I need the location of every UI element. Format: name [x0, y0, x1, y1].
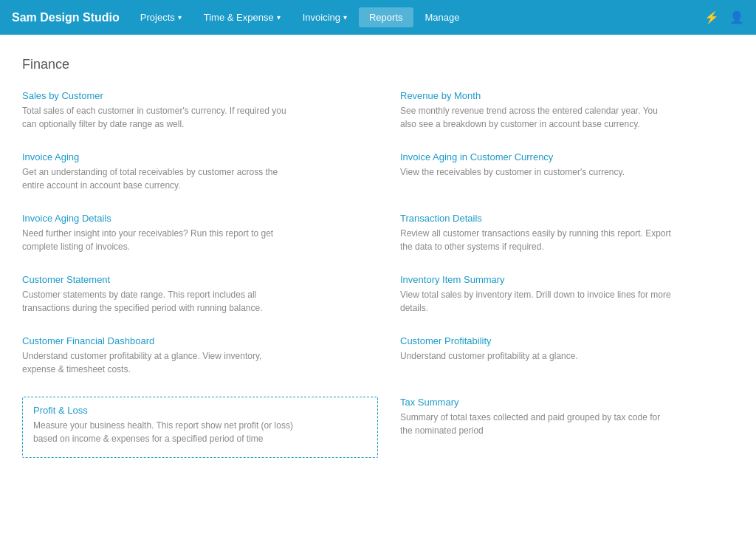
nav-item-reports[interactable]: Reports	[359, 7, 413, 27]
user-icon[interactable]: 👤	[729, 10, 744, 24]
report-item: Customer StatementCustomer statements by…	[22, 274, 378, 335]
report-link[interactable]: Invoice Aging	[22, 151, 363, 162]
report-desc: Need further insight into your receivabl…	[22, 227, 295, 253]
report-item: Profit & LossMeasure your business healt…	[22, 397, 378, 458]
main-content: Finance Sales by CustomerTotal sales of …	[0, 35, 756, 480]
report-desc: Total sales of each customer in customer…	[22, 104, 295, 131]
report-desc: Understand customer profitability at a g…	[400, 349, 673, 363]
report-desc: Measure your business health. This repor…	[33, 419, 306, 445]
report-desc: Understand customer profitability at a g…	[22, 349, 295, 376]
brand-logo: Sam Design Studio	[12, 11, 120, 24]
report-link[interactable]: Customer Statement	[22, 274, 363, 285]
dropdown-arrow-icon: ▾	[277, 13, 281, 21]
report-item: Customer Financial DashboardUnderstand c…	[22, 335, 378, 397]
report-link[interactable]: Customer Financial Dashboard	[22, 335, 363, 346]
report-link[interactable]: Transaction Details	[400, 213, 734, 224]
report-link[interactable]: Sales by Customer	[22, 90, 363, 101]
section-title: Finance	[22, 57, 734, 72]
navbar-right: ⚡ 👤	[704, 10, 744, 24]
report-item: Transaction DetailsReview all customer t…	[378, 213, 734, 274]
navbar: Sam Design Studio Projects▾Time & Expens…	[0, 0, 756, 35]
report-desc: Get an understanding of total receivable…	[22, 165, 295, 192]
report-item: Inventory Item SummaryView total sales b…	[378, 274, 734, 335]
report-desc: See monthly revenue trend across the ent…	[400, 104, 673, 131]
report-desc: Review all customer transactions easily …	[400, 227, 673, 253]
report-link[interactable]: Customer Profitability	[400, 335, 734, 346]
report-link[interactable]: Profit & Loss	[33, 405, 367, 416]
report-item: Tax SummarySummary of total taxes collec…	[378, 397, 734, 458]
nav-item-invoicing[interactable]: Invoicing▾	[292, 7, 357, 27]
report-item: Invoice AgingGet an understanding of tot…	[22, 151, 378, 213]
reports-grid: Sales by CustomerTotal sales of each cus…	[22, 90, 734, 458]
report-item: Revenue by MonthSee monthly revenue tren…	[378, 90, 734, 151]
dropdown-arrow-icon: ▾	[343, 13, 347, 21]
flash-icon[interactable]: ⚡	[704, 10, 719, 24]
report-desc: View total sales by inventory item. Dril…	[400, 288, 673, 315]
report-link[interactable]: Invoice Aging in Customer Currency	[400, 151, 734, 162]
nav-items: Projects▾Time & Expense▾Invoicing▾Report…	[130, 7, 701, 27]
nav-item-time---expense[interactable]: Time & Expense▾	[193, 7, 291, 27]
nav-item-projects[interactable]: Projects▾	[130, 7, 192, 27]
report-desc: Customer statements by date range. This …	[22, 288, 295, 315]
report-link[interactable]: Inventory Item Summary	[400, 274, 734, 285]
report-item: Invoice Aging DetailsNeed further insigh…	[22, 213, 378, 274]
report-item: Sales by CustomerTotal sales of each cus…	[22, 90, 378, 151]
report-item: Invoice Aging in Customer CurrencyView t…	[378, 151, 734, 213]
report-link[interactable]: Invoice Aging Details	[22, 213, 363, 224]
dropdown-arrow-icon: ▾	[178, 13, 182, 21]
report-link[interactable]: Tax Summary	[400, 397, 734, 408]
nav-item-manage[interactable]: Manage	[415, 7, 470, 27]
report-desc: Summary of total taxes collected and pai…	[400, 411, 673, 437]
report-desc: View the receivables by customer in cust…	[400, 165, 673, 179]
report-link[interactable]: Revenue by Month	[400, 90, 734, 101]
report-item: Customer ProfitabilityUnderstand custome…	[378, 335, 734, 397]
